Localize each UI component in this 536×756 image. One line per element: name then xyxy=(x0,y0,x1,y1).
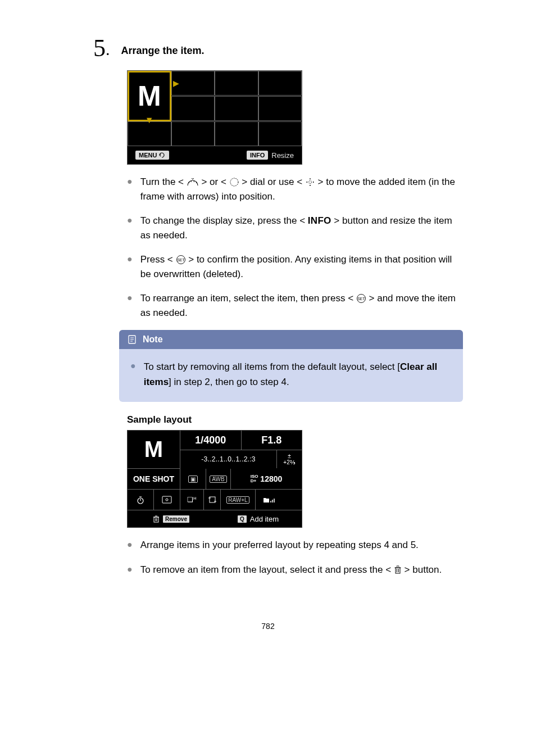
svg-point-1 xyxy=(308,180,311,183)
note-box: Note ● To start by removing all items fr… xyxy=(119,330,463,402)
right-arrow-icon: ▶ xyxy=(173,79,179,88)
evaluative-icon xyxy=(161,495,172,504)
sample-comm xyxy=(256,490,281,510)
bullet-icon: ● xyxy=(127,175,133,203)
sample-add-hint: Q Add item xyxy=(215,510,302,527)
sample-aperture: F1.8 xyxy=(242,431,302,450)
bullet-icon: ● xyxy=(127,214,133,242)
sample-eval-meter xyxy=(154,490,180,510)
menu-back-badge: MENU xyxy=(135,151,169,160)
sample-flash-comp: ±+2⅔ xyxy=(277,450,302,468)
sample-bullets: ● Arrange items in your preferred layout… xyxy=(127,538,463,577)
sample-layout-label: Sample layout xyxy=(127,414,463,425)
note-bullet: ● To start by removing all items from th… xyxy=(130,359,452,390)
sample-exposure-scale: -3..2..1..0..1..2.:3 xyxy=(180,450,277,468)
trash-icon xyxy=(394,565,402,574)
svg-rect-21 xyxy=(154,517,158,522)
back-icon xyxy=(159,152,166,158)
svg-rect-26 xyxy=(396,568,400,573)
info-resize-badge: INFO Resize xyxy=(247,151,294,160)
sample-drive-hs: ❏ᴴ xyxy=(180,490,204,510)
step-number: 5. xyxy=(93,34,110,62)
svg-rect-13 xyxy=(162,496,171,503)
sample-iso: ISOD+ 12800 xyxy=(231,469,302,489)
step5-bullets: ● Turn the < > or < > dial or use < > to… xyxy=(127,175,463,320)
multi-controller-icon xyxy=(305,177,315,187)
bullet-icon: ● xyxy=(127,538,133,553)
grid-cell-r3c2 xyxy=(171,121,215,146)
sample-metering: ▣ xyxy=(180,469,206,489)
bullet-4: ● To rearrange an item, select the item,… xyxy=(127,291,463,320)
selected-item-m: M ▼ xyxy=(128,71,171,121)
sample-drive xyxy=(128,490,154,510)
sample-quality: RAW+L xyxy=(221,490,256,510)
crop-icon xyxy=(208,495,217,504)
folder-signal-icon xyxy=(262,495,275,504)
note-icon xyxy=(127,334,137,345)
sample-crop xyxy=(204,490,221,510)
svg-point-0 xyxy=(230,178,238,186)
sample-remove-hint: Remove xyxy=(128,510,215,527)
bullet-icon: ● xyxy=(127,291,133,320)
bullet-6: ● To remove an item from the layout, sel… xyxy=(127,563,463,577)
grid-cell-r1c4 xyxy=(258,71,302,96)
sample-mode: M xyxy=(128,431,180,469)
self-timer-icon xyxy=(135,495,146,505)
bullet-icon: ● xyxy=(130,359,136,390)
down-arrow-icon: ▼ xyxy=(145,115,154,125)
set-button-icon: SET xyxy=(356,293,366,304)
bullet-2: ● To change the display size, press the … xyxy=(127,214,463,242)
sample-shutter: 1/4000 xyxy=(180,431,242,450)
grid-cell-r2c2 xyxy=(171,96,215,121)
grid-cell-r1c3 xyxy=(215,71,258,96)
grid-cell-r2c3 xyxy=(215,96,258,121)
quick-dial-icon xyxy=(229,177,239,187)
step-header: 5. Arrange the item. xyxy=(93,34,463,62)
svg-point-14 xyxy=(166,499,168,501)
step-title: Arrange the item. xyxy=(121,45,205,57)
sample-wb: AWB xyxy=(206,469,231,489)
sample-layout-illustration: M 1/4000 F1.8 -3..2..1..0..1..2.:3 ±+2⅔ … xyxy=(127,430,302,528)
bullet-icon: ● xyxy=(127,563,133,577)
set-button-icon: SET xyxy=(176,255,186,265)
trash-icon xyxy=(153,515,160,523)
main-dial-icon xyxy=(187,178,199,187)
bullet-1: ● Turn the < > or < > dial or use < > to… xyxy=(127,175,463,203)
svg-text:SET: SET xyxy=(177,258,185,262)
grid-cell-r3c3 xyxy=(215,121,258,146)
page-number: 782 xyxy=(73,622,463,631)
sample-af-mode: ONE SHOT xyxy=(128,469,180,489)
bullet-icon: ● xyxy=(127,252,133,281)
bullet-3: ● Press < SET > to confirm the position.… xyxy=(127,252,463,281)
grid-cell-r2c4 xyxy=(258,96,302,121)
grid-cell-r3c4 xyxy=(258,121,302,146)
svg-text:SET: SET xyxy=(357,297,365,301)
arrange-screen-illustration: M ▼ ▶ MENU INFO Resize xyxy=(127,70,302,165)
grid-cell-r1c2: ▶ xyxy=(171,71,215,96)
bullet-5: ● Arrange items in your preferred layout… xyxy=(127,538,463,553)
note-header: Note xyxy=(119,330,463,349)
